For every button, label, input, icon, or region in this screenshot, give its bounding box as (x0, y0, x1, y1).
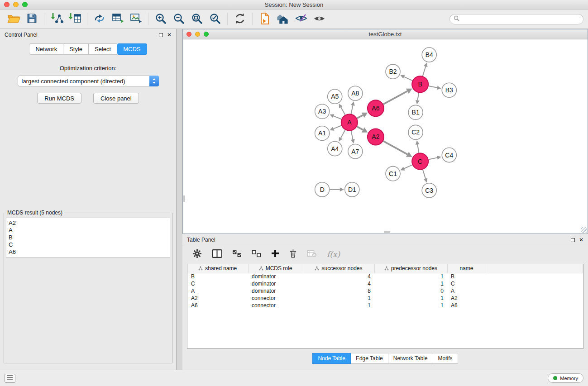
result-item[interactable]: B (9, 234, 167, 241)
column-header-predecessor-nodes[interactable]: predecessor nodes (374, 264, 447, 273)
close-panel-button[interactable]: Close panel (93, 93, 139, 104)
table-row[interactable]: Cdominator 41 C (187, 280, 583, 287)
float-panel-icon[interactable] (159, 33, 163, 37)
result-item[interactable]: A6 (9, 248, 167, 256)
export-network-button[interactable] (91, 11, 109, 27)
network-canvas-area[interactable]: B4B2BB3A5A8A6B1A3AC2A1A2A4A7C4CC1C3DD1 (183, 39, 588, 234)
graph-edge[interactable] (417, 93, 419, 100)
vertical-scroll-indicator[interactable] (183, 195, 185, 202)
select-all-button[interactable] (232, 250, 242, 259)
export-table-button[interactable] (109, 11, 127, 27)
graph-node[interactable]: B2 (386, 64, 400, 79)
graph-node[interactable]: B1 (408, 105, 423, 119)
graph-node[interactable]: A (341, 114, 358, 130)
result-item[interactable]: A2 (9, 219, 167, 227)
graph-edge[interactable] (334, 116, 341, 119)
graph-node[interactable]: C (412, 153, 428, 170)
criterion-select[interactable]: largest connected component (directed) (18, 76, 159, 86)
tab-network-table[interactable]: Network Table (388, 353, 433, 364)
export-image-button[interactable] (127, 11, 145, 27)
tab-edge-table[interactable]: Edge Table (351, 353, 388, 364)
tab-style[interactable]: Style (63, 43, 89, 55)
open-button[interactable] (5, 11, 23, 27)
graph-edge[interactable] (341, 130, 345, 138)
graph-node[interactable]: A6 (368, 100, 384, 116)
graph-edge[interactable] (383, 141, 408, 154)
graph-edge[interactable] (341, 107, 345, 115)
graph-edge[interactable] (429, 86, 437, 88)
graph-node[interactable]: C2 (408, 125, 423, 139)
tab-mcds[interactable]: MCDS (117, 43, 147, 55)
resize-grip-icon[interactable] (581, 227, 587, 233)
graph-edge[interactable] (429, 157, 437, 159)
hide-details-button[interactable] (292, 11, 310, 27)
memory-button[interactable]: Memory (548, 373, 583, 383)
close-table-panel-icon[interactable]: ✕ (579, 237, 583, 243)
graph-node[interactable]: C3 (422, 183, 436, 198)
tab-network[interactable]: Network (29, 43, 63, 55)
tab-node-table[interactable]: Node Table (312, 353, 351, 364)
graph-node[interactable]: A8 (348, 86, 363, 100)
graph-edge[interactable] (357, 115, 363, 118)
tab-motifs[interactable]: Motifs (433, 353, 458, 364)
graph-node[interactable]: B4 (422, 48, 436, 62)
network-window-titlebar[interactable]: testGlobe.txt (183, 29, 588, 39)
show-details-button[interactable] (310, 11, 328, 27)
network-file-button[interactable] (256, 11, 274, 27)
graph-node[interactable]: C1 (386, 167, 400, 181)
graph-edge[interactable] (404, 77, 412, 81)
graph-edge[interactable] (351, 131, 353, 139)
table-settings-button[interactable] (192, 249, 202, 260)
import-table-button[interactable] (66, 11, 84, 27)
show-columns-button[interactable] (212, 249, 222, 259)
deselect-all-button[interactable] (252, 250, 261, 259)
delete-table-button[interactable] (307, 250, 317, 259)
zoom-fit-button[interactable] (188, 11, 206, 27)
task-history-button[interactable] (5, 374, 15, 383)
graph-edge[interactable] (423, 170, 425, 179)
graph-node[interactable]: D (315, 182, 330, 197)
graph-node[interactable]: A7 (348, 144, 363, 159)
column-header-shared-name[interactable]: shared name (187, 264, 248, 273)
zoom-out-button[interactable] (170, 11, 188, 27)
table-row[interactable]: A2connector 11 A2 (187, 295, 583, 302)
refresh-button[interactable] (231, 11, 249, 27)
graph-edge[interactable] (351, 105, 353, 114)
horizontal-scroll-indicator[interactable] (384, 231, 390, 233)
column-header-name[interactable]: name (447, 264, 486, 273)
search-field[interactable] (449, 14, 583, 24)
float-table-panel-icon[interactable] (571, 238, 575, 242)
graph-node[interactable]: B3 (442, 83, 456, 97)
graph-node[interactable]: A5 (328, 89, 342, 104)
graph-edge[interactable] (417, 144, 419, 153)
graph-edge[interactable] (334, 126, 341, 129)
graph-node[interactable]: D1 (345, 182, 359, 197)
column-header-successor-nodes[interactable]: successor nodes (303, 264, 374, 273)
graph-edge[interactable] (423, 67, 426, 76)
zoom-selected-button[interactable] (206, 11, 224, 27)
delete-column-button[interactable] (289, 249, 297, 260)
graph-edge[interactable] (404, 165, 412, 168)
add-column-button[interactable] (271, 249, 279, 259)
save-button[interactable] (23, 11, 41, 27)
table-row[interactable]: Adominator 80 A (187, 287, 583, 295)
tab-select[interactable]: Select (89, 43, 117, 55)
function-builder-button[interactable]: f(x) (327, 250, 340, 259)
graph-node[interactable]: A4 (328, 142, 342, 156)
close-panel-icon[interactable]: ✕ (167, 32, 172, 38)
graph-node[interactable]: A2 (368, 129, 384, 145)
zoom-in-button[interactable] (152, 11, 170, 27)
graph-node[interactable]: A3 (315, 104, 330, 119)
home-button[interactable] (274, 11, 292, 27)
column-header-mcds-role[interactable]: MCDS role (248, 264, 303, 273)
graph-node[interactable]: C4 (442, 148, 456, 162)
table-row[interactable]: Bdominator 41 B (187, 273, 583, 280)
import-network-button[interactable] (48, 11, 66, 27)
graph-edge[interactable] (383, 91, 407, 104)
search-input[interactable] (462, 16, 579, 22)
graph-node[interactable]: B (412, 76, 428, 92)
mcds-result-list[interactable]: A2 A B C A6 (6, 218, 170, 257)
run-mcds-button[interactable]: Run MCDS (37, 93, 81, 104)
result-item[interactable]: C (9, 241, 167, 248)
result-item[interactable]: A (9, 227, 167, 234)
